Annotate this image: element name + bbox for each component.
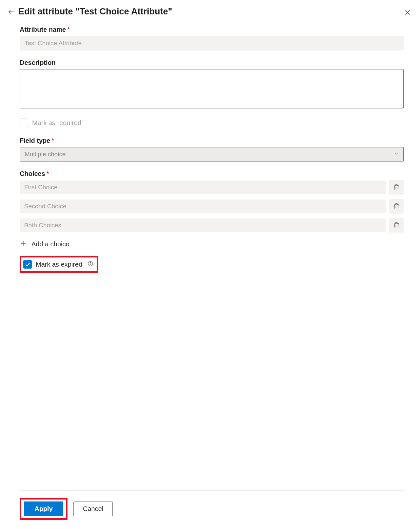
- choice-input: [20, 199, 386, 213]
- panel-title: Edit attribute "Test Choice Attribute": [18, 7, 172, 17]
- choice-row: [20, 180, 404, 195]
- plus-icon: [20, 240, 27, 249]
- field-type-select: [20, 147, 404, 161]
- arrow-left-icon: [8, 8, 15, 15]
- delete-choice-button[interactable]: [389, 199, 404, 214]
- annotation-highlight: Mark as expired: [20, 256, 98, 273]
- choice-row: [20, 199, 404, 214]
- required-indicator: *: [51, 137, 54, 144]
- trash-icon: [393, 184, 400, 191]
- required-indicator: *: [47, 170, 49, 177]
- back-button[interactable]: [7, 7, 16, 16]
- checkmark-icon: [25, 261, 30, 267]
- cancel-button[interactable]: Cancel: [73, 501, 113, 516]
- delete-choice-button[interactable]: [389, 218, 404, 233]
- mark-required-label: Mark as required: [32, 119, 81, 127]
- close-icon: [404, 9, 411, 16]
- choice-row: [20, 218, 404, 233]
- choices-label: Choices*: [20, 170, 404, 178]
- mark-expired-checkbox[interactable]: [23, 260, 32, 269]
- apply-button[interactable]: Apply: [24, 501, 63, 516]
- attribute-name-input: [20, 36, 404, 50]
- choice-input: [20, 180, 386, 194]
- mark-required-checkbox: [20, 119, 28, 127]
- close-button[interactable]: [402, 7, 413, 18]
- mark-expired-label: Mark as expired: [36, 261, 82, 268]
- trash-icon: [393, 222, 400, 229]
- description-textarea[interactable]: [20, 69, 404, 108]
- attribute-name-label: Attribute name*: [20, 26, 404, 33]
- add-choice-button[interactable]: Add a choice: [20, 240, 404, 249]
- trash-icon: [393, 203, 400, 210]
- delete-choice-button[interactable]: [389, 180, 404, 195]
- annotation-highlight: Apply: [20, 498, 67, 520]
- required-indicator: *: [67, 26, 70, 33]
- footer-bar: Apply Cancel: [20, 490, 404, 529]
- description-label: Description: [20, 59, 404, 66]
- svg-point-7: [90, 262, 91, 263]
- add-choice-label: Add a choice: [31, 240, 69, 248]
- info-icon[interactable]: [87, 261, 93, 268]
- field-type-label: Field type*: [20, 137, 404, 144]
- choice-input: [20, 218, 386, 232]
